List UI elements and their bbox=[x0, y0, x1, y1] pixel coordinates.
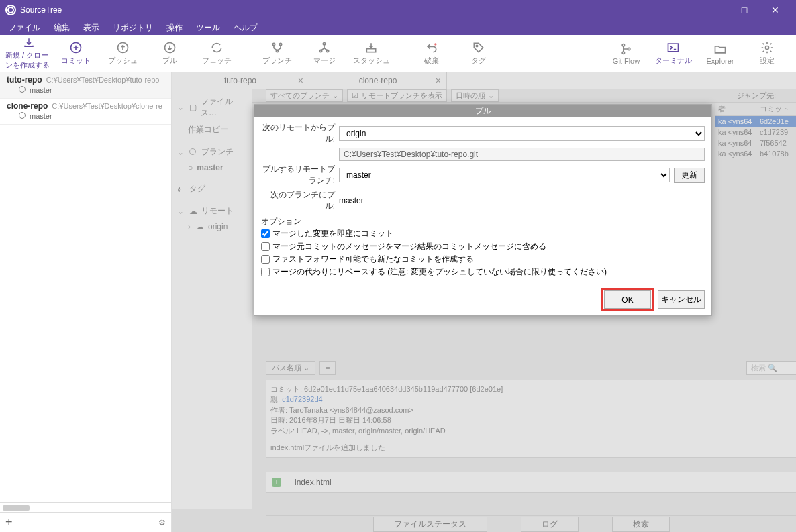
gitflow-label: Git Flow bbox=[613, 57, 640, 65]
repo-list: tuto-repoC:¥Users¥Test¥Desktop¥tuto-repo… bbox=[0, 72, 172, 532]
pull-dialog: プル 次のリモートからプル: origin プルするリモートブランチ: mast… bbox=[254, 104, 712, 316]
gitflow-button[interactable]: Git Flow bbox=[603, 37, 650, 70]
local-branch-value: master bbox=[339, 196, 364, 205]
arrow-up-icon bbox=[116, 41, 130, 54]
repo-settings-button[interactable]: ⚙ bbox=[158, 518, 166, 527]
branch-icon bbox=[270, 41, 284, 54]
gitflow-icon bbox=[619, 42, 633, 56]
plus-circle-icon bbox=[69, 41, 83, 54]
close-button[interactable]: ✕ bbox=[760, 0, 791, 20]
tag-button[interactable]: タグ bbox=[455, 37, 502, 70]
svg-point-8 bbox=[323, 43, 325, 45]
branch-button[interactable]: ブランチ bbox=[254, 37, 301, 70]
menu-bar: ファイル 編集 表示 リポジトリ 操作 ツール ヘルプ bbox=[0, 20, 796, 35]
checkbox[interactable] bbox=[261, 255, 270, 264]
repolist-footer: + ⚙ bbox=[0, 512, 171, 532]
terminal-label: ターミナル bbox=[655, 56, 692, 66]
terminal-button[interactable]: ターミナル bbox=[650, 37, 697, 70]
checkbox[interactable] bbox=[261, 229, 270, 238]
commit-label: コミット bbox=[61, 56, 91, 66]
merge-button[interactable]: マージ bbox=[301, 37, 348, 70]
settings-button[interactable]: 設定 bbox=[744, 37, 791, 70]
opt-include-message[interactable]: マージ元コミットのメッセージをマージ結果のコミットメッセージに含める bbox=[261, 240, 705, 253]
branch-glyph-icon bbox=[19, 86, 27, 94]
stash-label: スタッシュ bbox=[353, 56, 390, 66]
svg-point-12 bbox=[622, 44, 624, 46]
remote-branch-select[interactable]: master bbox=[339, 168, 670, 182]
undo-icon bbox=[425, 41, 438, 54]
pull-button[interactable]: プル bbox=[146, 37, 193, 70]
folder-icon bbox=[713, 42, 727, 56]
app-logo-icon bbox=[5, 5, 16, 15]
repo-branch: master bbox=[7, 111, 164, 121]
settings-label: 設定 bbox=[760, 56, 775, 66]
remote-branch-label: プルするリモートブランチ: bbox=[261, 164, 335, 187]
fetch-button[interactable]: フェッチ bbox=[193, 37, 240, 70]
download-icon bbox=[22, 37, 36, 49]
branch-label: ブランチ bbox=[262, 56, 292, 66]
remote-select[interactable]: origin bbox=[339, 126, 705, 141]
new-clone-label: 新規 / クローンを作成する bbox=[5, 50, 52, 70]
refresh-icon bbox=[210, 41, 223, 54]
checkbox[interactable] bbox=[261, 268, 270, 276]
local-branch-label: 次のブランチにプル: bbox=[261, 189, 335, 212]
opt-commit-merge[interactable]: マージした変更を即座にコミット bbox=[261, 227, 705, 240]
ok-button[interactable]: OK bbox=[604, 290, 651, 309]
remote-label: 次のリモートからプル: bbox=[261, 122, 335, 145]
branch-glyph-icon bbox=[19, 112, 27, 120]
explorer-label: Explorer bbox=[707, 57, 734, 65]
stash-button[interactable]: スタッシュ bbox=[348, 37, 395, 70]
menu-tools[interactable]: ツール bbox=[191, 21, 226, 35]
discard-label: 破棄 bbox=[424, 56, 439, 66]
options-label: オプション bbox=[261, 216, 705, 227]
menu-view[interactable]: 表示 bbox=[78, 21, 105, 35]
svg-rect-15 bbox=[668, 44, 679, 52]
gear-icon bbox=[760, 41, 774, 54]
svg-point-16 bbox=[766, 46, 769, 50]
repo-path: C:¥Users¥Test¥Desktop¥clone-re bbox=[52, 102, 162, 110]
new-clone-button[interactable]: 新規 / クローンを作成する bbox=[5, 37, 52, 70]
menu-file[interactable]: ファイル bbox=[3, 21, 46, 35]
dialog-title: プル bbox=[254, 105, 711, 117]
fetch-label: フェッチ bbox=[202, 56, 232, 66]
svg-point-11 bbox=[476, 45, 478, 47]
svg-point-13 bbox=[622, 52, 624, 54]
merge-label: マージ bbox=[313, 56, 336, 66]
add-repo-button[interactable]: + bbox=[5, 515, 13, 529]
opt-rebase[interactable]: マージの代わりにリベースする (注意: 変更をプッシュしていない場合に限り使って… bbox=[261, 266, 705, 278]
maximize-button[interactable]: □ bbox=[729, 0, 760, 20]
remote-path-input bbox=[339, 148, 705, 161]
repo-name: tuto-repo bbox=[7, 75, 42, 85]
menu-actions[interactable]: 操作 bbox=[161, 21, 188, 35]
push-label: プッシュ bbox=[108, 56, 138, 66]
opt-no-ff[interactable]: ファストフォワード可能でも新たなコミットを作成する bbox=[261, 253, 705, 266]
explorer-button[interactable]: Explorer bbox=[697, 37, 744, 70]
checkbox[interactable] bbox=[261, 242, 270, 251]
svg-point-10 bbox=[434, 43, 436, 45]
commit-button[interactable]: コミット bbox=[52, 37, 99, 70]
repo-item[interactable]: tuto-repoC:¥Users¥Test¥Desktop¥tuto-repo… bbox=[0, 72, 171, 99]
merge-icon bbox=[317, 41, 331, 54]
update-button[interactable]: 更新 bbox=[674, 168, 705, 183]
app-title: SourceTree bbox=[20, 5, 698, 15]
svg-point-4 bbox=[279, 43, 281, 45]
stash-icon bbox=[364, 41, 378, 54]
minimize-button[interactable]: — bbox=[698, 0, 729, 20]
toolbar: 新規 / クローンを作成する コミット プッシュ プル フェッチ ブランチ マー… bbox=[0, 35, 796, 72]
menu-edit[interactable]: 編集 bbox=[48, 21, 75, 35]
terminal-icon bbox=[666, 41, 680, 54]
arrow-down-icon bbox=[163, 41, 177, 54]
svg-point-14 bbox=[628, 48, 630, 50]
cancel-button[interactable]: キャンセル bbox=[658, 290, 705, 309]
menu-help[interactable]: ヘルプ bbox=[228, 21, 263, 35]
tag-icon bbox=[472, 41, 485, 54]
repo-branch: master bbox=[7, 85, 164, 95]
menu-repository[interactable]: リポジトリ bbox=[107, 21, 158, 35]
svg-rect-9 bbox=[366, 49, 375, 52]
tag-label: タグ bbox=[471, 56, 486, 66]
push-button[interactable]: プッシュ bbox=[99, 37, 146, 70]
discard-button[interactable]: 破棄 bbox=[408, 37, 455, 70]
repo-name: clone-repo bbox=[7, 101, 48, 111]
repo-item[interactable]: clone-repoC:¥Users¥Test¥Desktop¥clone-re… bbox=[0, 99, 171, 125]
scrollbar-thumb[interactable] bbox=[3, 505, 30, 511]
